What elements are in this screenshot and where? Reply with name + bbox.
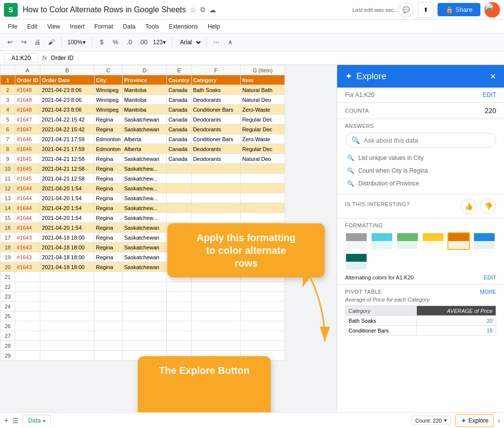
formatting-section: FORMATTING bbox=[337, 218, 504, 284]
thumbs-down-button[interactable]: 👎 bbox=[480, 198, 496, 214]
percent-button[interactable]: % bbox=[110, 36, 122, 48]
pivot-row: Bath Soaks 20 bbox=[346, 316, 496, 326]
table-row: 2 #1648 2021-04-23 8:06 Winnipeg Manitob… bbox=[0, 85, 285, 95]
menu-extensions[interactable]: Extensions bbox=[165, 22, 202, 31]
redo-button[interactable]: ↪ bbox=[18, 36, 30, 48]
suggestion-unique-cities[interactable]: 🔍 List unique values in City bbox=[345, 152, 496, 164]
swatch-dark-green[interactable] bbox=[345, 253, 368, 271]
more-options-button[interactable]: ⋯ bbox=[211, 36, 222, 48]
cloud-icon[interactable]: ☁ bbox=[209, 6, 216, 14]
swatch-gray[interactable] bbox=[345, 232, 368, 250]
table-row: 14 #1644 2021-04-20 1:54 Regina Saskatch… bbox=[0, 203, 285, 213]
swatch-green[interactable] bbox=[396, 232, 419, 250]
pivot-col1-header: Category bbox=[346, 306, 417, 316]
upload-button[interactable]: ⬆ bbox=[418, 2, 434, 18]
pivot-col2-header: AVERAGE of Price bbox=[416, 306, 496, 316]
spreadsheet-table: A B C D E F G (Item) 1 Order ID Order Da… bbox=[0, 65, 285, 361]
menu-help[interactable]: Help bbox=[204, 22, 224, 31]
suggestion-distribution[interactable]: 🔍 Distribution of Province bbox=[345, 177, 496, 190]
suggestion-count-regina[interactable]: 🔍 Count when City is Regina bbox=[345, 164, 496, 177]
col-header-a[interactable]: A bbox=[15, 65, 40, 75]
user-avatar[interactable] bbox=[484, 2, 500, 18]
menu-edit[interactable]: Edit bbox=[23, 22, 41, 31]
for-range-bar: For A1:K20 EDIT bbox=[337, 88, 504, 103]
col-header-e[interactable]: E bbox=[167, 65, 191, 75]
formula-input[interactable] bbox=[51, 55, 500, 61]
sheet-list-button[interactable]: ☰ bbox=[12, 417, 19, 425]
counta-value: 220 bbox=[485, 107, 496, 115]
table-row: 23 bbox=[0, 292, 285, 302]
pivot-table: Category AVERAGE of Price Bath Soaks 20 … bbox=[345, 306, 496, 336]
pivot-more-button[interactable]: MORE bbox=[480, 289, 496, 295]
panel-collapse-button[interactable]: › bbox=[498, 417, 500, 425]
table-row: 16 #1644 2021-04-20 1:54 Regina Saskatch… bbox=[0, 223, 285, 233]
decimal0-button[interactable]: .0 bbox=[124, 36, 135, 48]
alt-colors-edit-button[interactable]: EDIT bbox=[484, 275, 496, 280]
swatch-teal[interactable] bbox=[371, 232, 393, 250]
col-header-f[interactable]: F bbox=[191, 65, 241, 75]
table-row: 20 #1643 2021-04-18 18:00 Regina Saskatc… bbox=[0, 262, 285, 272]
count-dropdown-arrow[interactable]: ▾ bbox=[444, 417, 447, 424]
pivot-label: PIVOT TABLE bbox=[345, 289, 382, 295]
col-header-c[interactable]: C bbox=[94, 65, 123, 75]
interesting-icons: 👍 👎 bbox=[461, 198, 496, 214]
menu-file[interactable]: File bbox=[4, 22, 21, 31]
swatch-orange[interactable] bbox=[447, 232, 470, 250]
share-button[interactable]: 🔒 Share bbox=[438, 3, 480, 16]
chat-button[interactable]: 💬 bbox=[398, 2, 414, 18]
copy-icon[interactable]: ⧉ bbox=[200, 5, 205, 14]
sheets-logo: S bbox=[4, 3, 18, 17]
status-bar: Count: 220 ▾ ✦ Explore › bbox=[411, 414, 500, 427]
sheet-tab-data[interactable]: Data ▾ bbox=[23, 415, 50, 426]
swatch-yellow[interactable] bbox=[422, 232, 444, 250]
undo-button[interactable]: ↩ bbox=[4, 36, 16, 48]
num-format-dropdown[interactable]: 123▾ bbox=[151, 38, 168, 47]
col-header-d[interactable]: D bbox=[123, 65, 167, 75]
spreadsheet-area[interactable]: A B C D E F G (Item) 1 Order ID Order Da… bbox=[0, 65, 337, 412]
table-row: 9 #1645 2021-04-21 12:58 Regina Saskatch… bbox=[0, 154, 285, 164]
alt-colors-label: Alternating colors for A1:K20 EDIT bbox=[345, 275, 496, 280]
menu-format[interactable]: Format bbox=[91, 22, 117, 31]
zoom-dropdown[interactable]: 100% ▾ bbox=[65, 38, 88, 47]
table-row: 13 #1644 2021-04-20 1:54 Regina Saskatch… bbox=[0, 193, 285, 203]
ask-input[interactable] bbox=[364, 137, 490, 144]
print-button[interactable]: 🖨 bbox=[32, 36, 43, 48]
cell-reference-input[interactable] bbox=[4, 53, 38, 63]
menu-tools[interactable]: Tools bbox=[141, 22, 163, 31]
top-bar: S How to Color Alternate Rows in Google … bbox=[0, 0, 504, 20]
explore-btn-icon: ✦ bbox=[461, 417, 467, 425]
explore-close-button[interactable]: ✕ bbox=[490, 72, 496, 81]
explore-header: ✦ Explore ✕ bbox=[337, 65, 504, 88]
table-row: 4 #1648 2021-04-23 8:06 Winnipeg Manitob… bbox=[0, 105, 285, 115]
col-header-g[interactable]: G (Item) bbox=[241, 65, 285, 75]
explore-bottom-button[interactable]: ✦ Explore bbox=[455, 414, 494, 427]
currency-button[interactable]: $ bbox=[96, 36, 108, 48]
top-right: 💬 ⬆ 🔒 Share bbox=[398, 2, 500, 18]
collapse-button[interactable]: ∧ bbox=[224, 36, 236, 48]
thumbs-up-button[interactable]: 👍 bbox=[461, 198, 476, 214]
for-range-edit-button[interactable]: EDIT bbox=[483, 92, 496, 98]
ask-input-wrapper[interactable]: 🔍 bbox=[345, 133, 496, 148]
font-selector[interactable]: Arial bbox=[176, 37, 202, 47]
table-row: 15 #1644 2021-04-20 1:54 Regina Saskatch… bbox=[0, 213, 285, 223]
corner-header bbox=[0, 65, 15, 75]
bottom-bar: + ☰ Data ▾ Count: 220 ▾ ✦ Explore › bbox=[0, 412, 504, 428]
doc-title: How to Color Alternate Rows in Google Sh… bbox=[23, 5, 186, 14]
explore-star-icon: ✦ bbox=[345, 71, 352, 82]
menu-data[interactable]: Data bbox=[119, 22, 139, 31]
last-edit: Last edit was sec... bbox=[352, 7, 399, 13]
col-header-b[interactable]: B bbox=[40, 65, 94, 75]
paint-format-button[interactable]: 🖌 bbox=[45, 36, 57, 48]
table-row: 5 #1647 2021-04-22 15:42 Regina Saskatch… bbox=[0, 115, 285, 124]
pivot-section: PIVOT TABLE MORE Average of Price for ea… bbox=[337, 284, 504, 339]
table-row: 7 #1646 2021-04-21 17:59 Edmonton Albert… bbox=[0, 134, 285, 144]
search-icon: 🔍 bbox=[351, 136, 360, 144]
menu-insert[interactable]: Insert bbox=[66, 22, 89, 31]
add-sheet-button[interactable]: + bbox=[4, 416, 8, 425]
menu-view[interactable]: View bbox=[43, 22, 64, 31]
table-row: 17 #1643 2021-04-18 18:00 Regina Saskatc… bbox=[0, 233, 285, 243]
swatch-blue[interactable] bbox=[473, 232, 496, 250]
star-icon[interactable]: ☆ bbox=[190, 6, 196, 14]
decimal00-button[interactable]: .00 bbox=[137, 36, 149, 48]
counta-label: COUNTA bbox=[345, 108, 369, 114]
